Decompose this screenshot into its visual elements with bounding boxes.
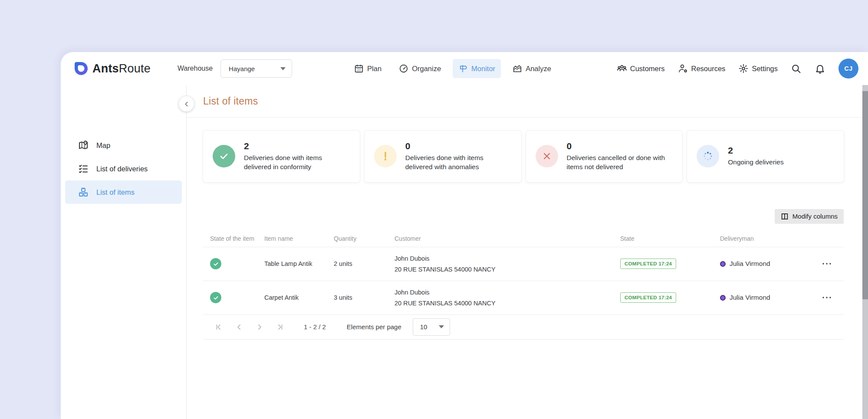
brand-logo[interactable]: AntsRoute [74, 61, 151, 76]
tab-organize[interactable]: Organize [393, 59, 447, 78]
boxes-icon [78, 187, 89, 197]
tab-monitor-label: Monitor [471, 65, 495, 73]
check-circle-icon [210, 258, 221, 269]
nav-settings[interactable]: Settings [738, 63, 778, 74]
row-menu-button[interactable] [820, 262, 837, 265]
pagination-bar: 1 - 2 / 2 Elements per page 10 [203, 315, 844, 340]
area-chart-icon [513, 64, 522, 73]
nav-settings-label: Settings [752, 65, 778, 73]
chevron-left-icon [183, 101, 190, 108]
signpost-icon [458, 64, 468, 73]
deliveryman-color-dot [720, 295, 726, 301]
column-header-state: State [620, 235, 720, 242]
per-page-select[interactable]: 10 [413, 318, 450, 336]
tab-monitor[interactable]: Monitor [453, 59, 501, 78]
item-name-cell: Carpet Antik [264, 294, 334, 301]
customer-cell: John Dubois 20 RUE STANISLAS 54000 NANCY [395, 255, 620, 273]
sidebar: Map List of deliveries [61, 85, 187, 419]
column-header-item-state: State of the item [210, 235, 264, 242]
stat-card-ongoing: 2 Ongoing deliveries [687, 131, 844, 182]
page-header: List of items [187, 85, 868, 118]
stat-label: Deliveries done with items delivered in … [244, 154, 350, 172]
search-icon[interactable] [791, 63, 802, 74]
ellipsis-icon [822, 262, 832, 265]
table-row[interactable]: Carpet Antik 3 units John Dubois 20 RUE … [203, 281, 844, 315]
item-state-cell [210, 292, 264, 303]
stat-card-anomalies: 0 Deliveries done with items delivered w… [365, 131, 521, 182]
stat-label: Deliveries done with items delivered wit… [405, 154, 512, 172]
status-badge: COMPLETED 17:24 [620, 292, 676, 303]
sidebar-item-list-of-deliveries-label: List of deliveries [96, 165, 148, 173]
item-name-cell: Table Lamp Antik [264, 260, 334, 267]
previous-page-icon[interactable] [235, 323, 243, 331]
columns-icon [781, 213, 789, 220]
tab-organize-label: Organize [412, 65, 441, 73]
chevron-down-icon [280, 67, 286, 70]
ellipsis-icon [822, 296, 832, 299]
warehouse-select[interactable]: Hayange [220, 59, 292, 78]
stat-value: 2 [728, 145, 783, 156]
modify-columns-button[interactable]: Modify columns [775, 209, 844, 224]
column-header-customer: Customer [395, 235, 620, 242]
deliveryman-cell: Julia Virmond [720, 260, 820, 268]
last-page-icon[interactable] [276, 323, 284, 331]
deliveryman-name: Julia Virmond [730, 260, 770, 268]
sidebar-item-list-of-items-label: List of items [96, 188, 135, 196]
calendar-icon [354, 64, 364, 73]
exclamation-icon [374, 145, 397, 167]
stat-card-text: 0 Deliveries cancelled or done with item… [567, 141, 673, 172]
gear-icon [738, 63, 749, 74]
avatar-initials: CJ [845, 65, 853, 72]
map-pin-icon [78, 140, 89, 151]
spinner-icon [697, 145, 719, 167]
main-area: Map List of deliveries [61, 85, 868, 419]
first-page-icon[interactable] [214, 323, 223, 331]
quantity-cell: 3 units [334, 294, 395, 301]
pagination-range: 1 - 2 / 2 [304, 323, 326, 331]
scrollbar-thumb[interactable] [862, 91, 868, 299]
bell-icon[interactable] [815, 63, 825, 74]
tab-plan[interactable]: Plan [349, 59, 387, 78]
table-row[interactable]: Table Lamp Antik 2 units John Dubois 20 … [203, 247, 844, 281]
stat-card-conformity: 2 Deliveries done with items delivered i… [203, 131, 360, 182]
row-menu-button[interactable] [820, 296, 837, 299]
sidebar-item-list-of-items[interactable]: List of items [65, 180, 182, 204]
brand-name-bold: Ants [92, 62, 119, 75]
app-window: AntsRoute Warehouse Hayange Plan [61, 52, 868, 419]
quantity-cell: 2 units [334, 260, 395, 267]
stat-card-text: 0 Deliveries done with items delivered w… [405, 141, 512, 172]
item-state-cell [210, 258, 264, 269]
state-cell: COMPLETED 17:24 [620, 292, 720, 303]
stat-label: Ongoing deliveries [728, 158, 783, 167]
per-page-value: 10 [420, 323, 427, 331]
nav-customers[interactable]: Customers [617, 63, 665, 74]
x-icon [536, 145, 558, 167]
next-page-icon[interactable] [255, 323, 264, 331]
stat-value: 0 [405, 141, 512, 151]
stat-value: 2 [244, 141, 350, 151]
vertical-scrollbar[interactable] [862, 85, 868, 419]
column-header-item-name: Item name [264, 235, 334, 242]
tab-analyze[interactable]: Analyze [507, 59, 557, 78]
stat-label: Deliveries cancelled or done with items … [567, 154, 673, 172]
avatar[interactable]: CJ [838, 59, 858, 79]
content-body: 2 Deliveries done with items delivered i… [187, 118, 868, 340]
customer-cell: John Dubois 20 RUE STANISLAS 54000 NANCY [395, 289, 620, 307]
deliveryman-color-dot [720, 261, 726, 267]
brand-name-light: Route [119, 62, 151, 75]
sidebar-item-list-of-deliveries[interactable]: List of deliveries [65, 157, 182, 180]
state-cell: COMPLETED 17:24 [620, 259, 720, 269]
column-header-deliveryman: Deliveryman [720, 235, 820, 242]
content-area: List of items 2 Deliveries done with ite… [187, 85, 868, 419]
sidebar-item-map[interactable]: Map [65, 134, 182, 157]
check-icon [213, 145, 235, 167]
nav-resources[interactable]: Resources [678, 63, 726, 74]
top-navbar: AntsRoute Warehouse Hayange Plan [61, 52, 868, 85]
deliveryman-cell: Julia Virmond [720, 294, 820, 301]
customer-name: John Dubois [395, 255, 620, 262]
nav-customers-label: Customers [630, 65, 665, 73]
people-group-icon [617, 63, 627, 74]
person-gear-icon [678, 63, 688, 74]
deliveryman-name: Julia Virmond [730, 294, 770, 301]
sidebar-collapse-button[interactable] [179, 96, 194, 111]
